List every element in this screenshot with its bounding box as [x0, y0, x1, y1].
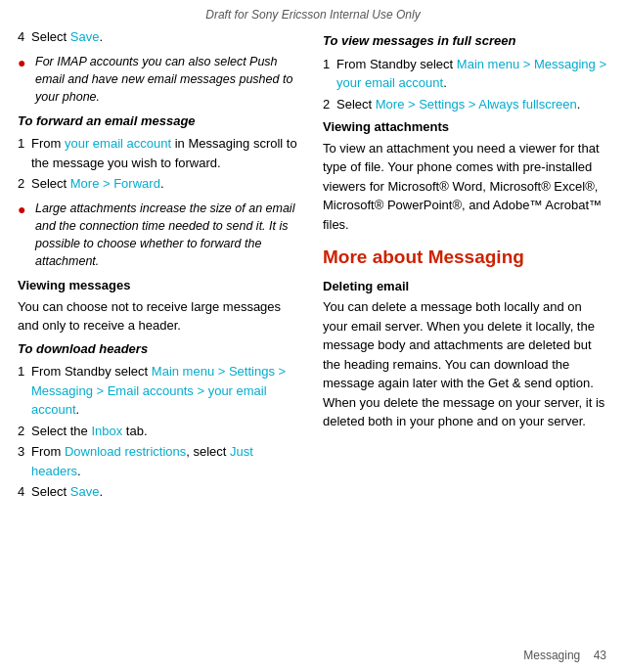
right-column: To view messages in full screen 1 From S…	[323, 27, 608, 504]
footer-page: 43	[594, 649, 606, 662]
step-4-num: 4	[18, 27, 31, 47]
fwd-step2-text: Select More > Forward.	[31, 174, 303, 194]
dl-step4-link: Save	[70, 484, 100, 499]
fs-step1-pre: From Standby select	[336, 57, 457, 71]
note-1-icon: ●	[18, 53, 35, 73]
dl-step3-pre: From	[31, 444, 65, 459]
dl-step3-period: .	[77, 464, 81, 478]
note-2-block: ● Large attachments increase the size of…	[18, 200, 303, 271]
dl-step2-post: tab.	[122, 424, 147, 438]
note-2-text: Large attachments increase the size of a…	[35, 200, 303, 271]
fwd-step1-num: 1	[18, 134, 31, 154]
dl-step4-period: .	[99, 484, 103, 499]
fwd-step2-link: More > Forward	[70, 176, 160, 191]
view-heading: Viewing messages	[18, 276, 303, 295]
fs-step2-link: More > Settings > Always fullscreen	[376, 97, 577, 112]
fwd-step1-pre: From	[31, 136, 65, 151]
dl-step2-pre: Select the	[31, 424, 91, 438]
dl-step2-num: 2	[18, 422, 31, 441]
fwd-step2-period: .	[160, 176, 164, 191]
step-4-line: 4 Select Save.	[18, 27, 303, 47]
dl-step4-text: Select Save.	[31, 482, 303, 502]
footer-section: Messaging	[523, 649, 580, 662]
dl-step4-num: 4	[18, 482, 31, 502]
fs-step2-period: .	[577, 97, 581, 112]
view-para: You can choose not to receive large mess…	[18, 297, 303, 336]
dl-step1-pre: From Standby select	[31, 364, 152, 379]
dl-step2-text: Select the Inbox tab.	[31, 422, 303, 441]
fwd-title: To forward an email message	[18, 112, 303, 131]
big-heading: More about Messaging	[323, 244, 608, 272]
del-subheading: Deleting email	[323, 277, 608, 296]
note-1-block: ● For IMAP accounts you can also select …	[18, 53, 303, 106]
dl-step3-mid: , select	[186, 444, 230, 459]
fs-step2-pre: Select	[336, 97, 376, 112]
dl-step1-text: From Standby select Main menu > Settings…	[31, 362, 303, 420]
fs-step2-num: 2	[323, 95, 336, 114]
fs-step2-line: 2 Select More > Settings > Always fullsc…	[323, 95, 608, 114]
step4-pre: Select	[31, 29, 70, 44]
fs-step1-text: From Standby select Main menu > Messagin…	[336, 55, 608, 93]
fwd-step1-line: 1 From your email account in Messaging s…	[18, 134, 303, 172]
fs-step1-num: 1	[323, 55, 336, 74]
header-text: Draft for Sony Ericsson Internal Use Onl…	[205, 8, 420, 22]
dl-step3-num: 3	[18, 442, 31, 462]
left-column: 4 Select Save. ● For IMAP accounts you c…	[18, 27, 303, 504]
note-1-text: For IMAP accounts you can also select Pu…	[35, 53, 303, 106]
page-footer: Messaging 43	[523, 649, 606, 662]
attach-heading: Viewing attachments	[323, 117, 608, 137]
dl-step1-num: 1	[18, 362, 31, 381]
dl-step3-link: Download restrictions	[65, 444, 186, 459]
fs-step1-period: .	[443, 75, 447, 90]
fwd-step1-text: From your email account in Messaging scr…	[31, 134, 303, 172]
dl-step4-pre: Select	[31, 484, 70, 499]
fwd-step1-link: your email account	[65, 136, 171, 151]
fullscreen-title: To view messages in full screen	[323, 31, 608, 51]
step-4-text: Select Save.	[31, 27, 303, 47]
step4-period: .	[99, 29, 103, 44]
fs-step2-text: Select More > Settings > Always fullscre…	[336, 95, 608, 114]
attach-para: To view an attachment you need a viewer …	[323, 139, 608, 235]
dl-step4-line: 4 Select Save.	[18, 482, 303, 502]
fwd-step2-num: 2	[18, 174, 31, 194]
del-para: You can delete a message both locally an…	[323, 297, 608, 431]
page-header: Draft for Sony Ericsson Internal Use Onl…	[0, 0, 626, 27]
dl-step1-period: .	[76, 402, 80, 417]
note-2-icon: ●	[18, 200, 35, 220]
dl-step2-line: 2 Select the Inbox tab.	[18, 422, 303, 441]
dl-step1-line: 1 From Standby select Main menu > Settin…	[18, 362, 303, 420]
fs-step1-line: 1 From Standby select Main menu > Messag…	[323, 55, 608, 93]
dl-title: To download headers	[18, 339, 303, 359]
fwd-step2-pre: Select	[31, 176, 70, 191]
fwd-step2-line: 2 Select More > Forward.	[18, 174, 303, 194]
dl-step3-line: 3 From Download restrictions, select Jus…	[18, 442, 303, 480]
dl-step3-text: From Download restrictions, select Just …	[31, 442, 303, 480]
step4-link: Save	[70, 29, 100, 44]
dl-step2-link: Inbox	[91, 424, 122, 438]
